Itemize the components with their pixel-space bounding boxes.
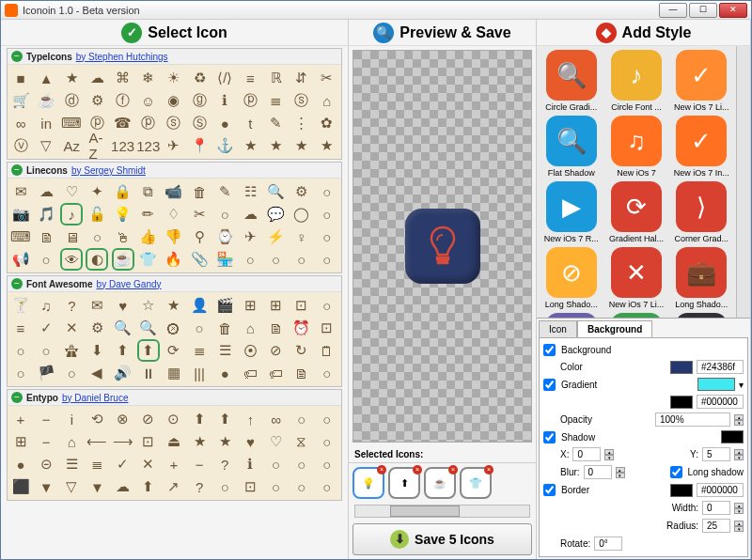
icon-cell[interactable]: ↻ <box>293 342 310 359</box>
icon-cell[interactable]: ■ <box>12 70 29 86</box>
icon-cell[interactable]: ⌂ <box>63 433 80 450</box>
radius-spinner[interactable]: ▴▾ <box>734 521 744 532</box>
minimize-button[interactable]: — <box>659 3 687 18</box>
icon-cell[interactable]: 🎬 <box>216 297 233 314</box>
icon-cell[interactable]: ✈ <box>165 137 182 154</box>
icon-cell[interactable]: 🔊 <box>115 365 132 381</box>
icon-cell[interactable]: ▽ <box>63 478 80 495</box>
icon-cell[interactable]: ⏸ <box>140 365 157 381</box>
tab-icon[interactable]: Icon <box>539 320 577 337</box>
icon-cell[interactable]: ✿ <box>319 115 336 132</box>
icon-cell[interactable]: ❄ <box>140 70 157 86</box>
icon-cell[interactable]: ≣ <box>88 456 105 473</box>
icon-cell[interactable]: ○ <box>293 411 310 428</box>
icon-cell[interactable]: ✕ <box>140 456 157 473</box>
icon-cell[interactable]: ⌨ <box>63 115 80 132</box>
icon-cell[interactable]: ● <box>12 456 29 473</box>
icon-cell[interactable]: ⓥ <box>12 137 29 154</box>
icon-cell[interactable]: ▦ <box>165 365 182 381</box>
icon-cell[interactable]: 🖥 <box>63 228 80 245</box>
icon-cell[interactable]: ○ <box>88 228 105 245</box>
shadow-swatch[interactable] <box>721 430 744 443</box>
icon-cell[interactable]: ○ <box>319 206 336 223</box>
icon-cell[interactable]: − <box>38 411 55 428</box>
icon-cell[interactable]: ☺ <box>140 92 157 109</box>
icon-cell[interactable]: ▲ <box>38 70 55 86</box>
icon-cell[interactable]: ✦ <box>88 183 105 200</box>
icon-cell[interactable]: ✎ <box>268 115 285 132</box>
icon-cell[interactable]: ♪ <box>63 206 80 223</box>
icon-cell[interactable]: ★ <box>165 297 182 314</box>
icon-cell[interactable]: ≡ <box>242 70 258 86</box>
icon-cell[interactable]: ⊘ <box>140 411 157 428</box>
border-width[interactable]: 0 <box>702 501 730 515</box>
style-item[interactable]: ⟳Gradient Hal... <box>605 181 666 243</box>
style-item[interactable]: ✓New iOs 7 Li... <box>671 50 732 112</box>
icon-cell[interactable]: ▽ <box>38 137 55 154</box>
icon-cell[interactable]: ♡ <box>268 433 285 450</box>
icon-cell[interactable]: 📷 <box>12 206 29 223</box>
remove-icon[interactable]: × <box>377 465 386 474</box>
remove-icon[interactable]: × <box>413 465 422 474</box>
icon-cell[interactable]: A-Z <box>88 137 105 154</box>
icon-cell[interactable]: ⊡ <box>242 478 258 495</box>
style-item[interactable]: ♫New iOs 7 <box>605 116 666 178</box>
icon-cell[interactable]: ? <box>191 478 208 495</box>
icon-cell[interactable]: ☀ <box>165 70 182 86</box>
icon-cell[interactable]: ⧖ <box>293 433 310 450</box>
icon-cell[interactable]: ○ <box>319 478 336 495</box>
icon-cell[interactable]: ★ <box>216 433 233 450</box>
collapse-icon[interactable]: − <box>11 164 23 176</box>
icon-cell[interactable]: 🎵 <box>38 206 55 223</box>
icon-cell[interactable]: ⟨/⟩ <box>216 70 233 86</box>
icon-cell[interactable]: ● <box>216 365 233 381</box>
pack-author[interactable]: by Stephen Hutchings <box>76 52 168 62</box>
icon-cell[interactable]: i <box>63 411 80 428</box>
icon-cell[interactable]: ⟳ <box>165 342 182 359</box>
blur-spinner[interactable]: ▴▾ <box>616 467 625 478</box>
pack-header[interactable]: −Entypoby Daniel Bruce <box>8 390 341 406</box>
icon-cell[interactable]: ⏰ <box>293 319 310 336</box>
icon-cell[interactable]: ⚡ <box>268 228 285 245</box>
icon-cell[interactable]: 🔍 <box>268 183 285 200</box>
x-spinner[interactable]: ▴▾ <box>604 449 614 460</box>
icon-cell[interactable]: ○ <box>191 319 208 336</box>
icon-cell[interactable]: ⓟ <box>140 115 157 132</box>
icon-cell[interactable]: ⊝ <box>38 456 55 473</box>
icon-cell[interactable]: ♢ <box>165 206 182 223</box>
icon-cell[interactable]: ⓖ <box>191 92 208 109</box>
icon-cell[interactable]: ○ <box>319 365 336 381</box>
save-button[interactable]: ⬇ Save 5 Icons <box>352 523 532 555</box>
icon-cell[interactable]: ★ <box>319 137 336 154</box>
icon-cell[interactable]: ⌂ <box>319 92 336 109</box>
icon-cell[interactable]: Az <box>63 137 80 154</box>
icon-cell[interactable]: 🖱 <box>115 228 132 245</box>
icon-cell[interactable]: ★ <box>242 137 258 154</box>
icon-cell[interactable]: ☰ <box>63 456 80 473</box>
width-spinner[interactable]: ▴▾ <box>734 503 744 514</box>
icon-cell[interactable]: ♻ <box>191 70 208 86</box>
icon-cell[interactable]: ⊞ <box>268 297 285 314</box>
icon-cell[interactable]: ⚓ <box>216 137 233 154</box>
background-checkbox[interactable] <box>543 344 556 356</box>
icon-cell[interactable]: 🗑 <box>191 183 208 200</box>
icon-cell[interactable]: + <box>165 456 182 473</box>
icon-cell[interactable]: ☰ <box>216 342 233 359</box>
icon-cell[interactable]: ⚙ <box>88 319 105 336</box>
icon-cell[interactable]: ⊡ <box>293 297 310 314</box>
shadow-x[interactable]: 0 <box>572 447 601 461</box>
style-item[interactable]: ✓New iOs 7 In... <box>671 116 732 178</box>
icon-cell[interactable]: − <box>38 433 55 450</box>
border-radius[interactable]: 25 <box>702 519 730 533</box>
icon-cell[interactable]: ☕ <box>115 251 132 268</box>
icon-cell[interactable]: ✓ <box>38 319 55 336</box>
icon-cell[interactable]: 🗎 <box>268 319 285 336</box>
icon-cell[interactable]: ○ <box>242 251 258 268</box>
style-item[interactable]: ✕New iOs 7 Li... <box>605 247 666 309</box>
icon-cell[interactable]: 🍸 <box>12 297 29 314</box>
icon-cell[interactable]: ⊞ <box>12 433 29 450</box>
icon-cell[interactable]: ⬆ <box>216 411 233 428</box>
icon-cell[interactable]: ▼ <box>38 478 55 495</box>
icon-cell[interactable]: ℝ <box>268 70 285 86</box>
selected-item[interactable]: ☕× <box>424 467 456 499</box>
